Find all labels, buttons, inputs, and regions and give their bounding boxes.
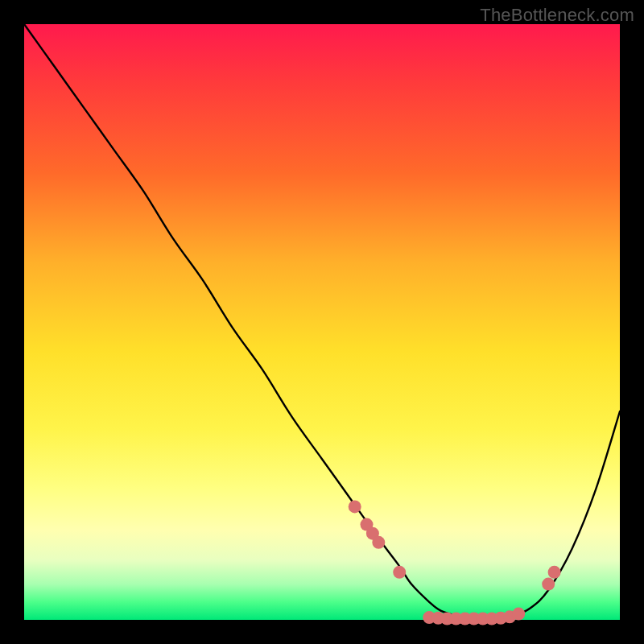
curve-marker	[542, 578, 555, 591]
curve-marker	[512, 608, 525, 621]
chart-plot-area	[24, 24, 620, 620]
curve-marker	[548, 566, 561, 579]
curve-marker	[372, 536, 385, 549]
curve-marker	[349, 500, 361, 513]
chart-svg	[24, 24, 620, 620]
bottleneck-curve-line	[24, 24, 620, 619]
curve-marker	[393, 566, 406, 579]
curve-marker-group	[349, 500, 561, 625]
watermark-text: TheBottleneck.com	[480, 5, 634, 26]
